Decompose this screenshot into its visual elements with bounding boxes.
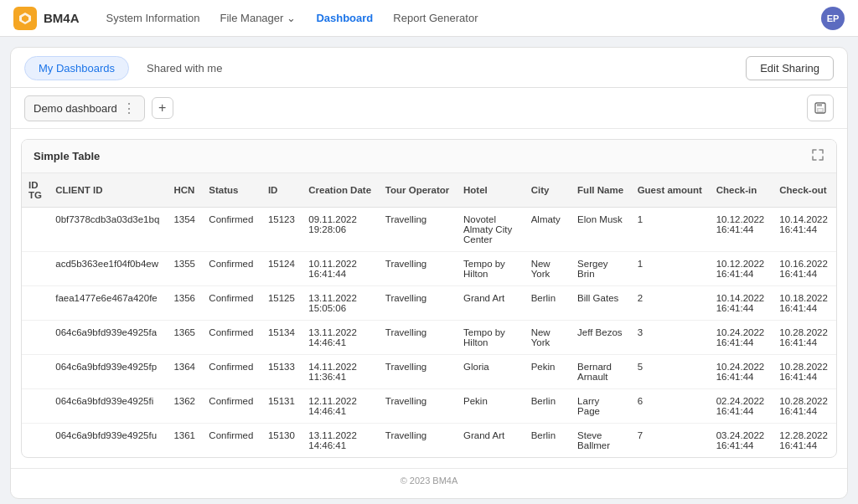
add-dashboard-button[interactable]: + <box>152 97 173 119</box>
cell-client_id: 064c6a9bfd939e4925fa <box>49 321 167 355</box>
cell-hotel: Tempo by Hilton <box>457 252 525 286</box>
th-id: ID <box>261 173 302 208</box>
cell-hotel: Grand Art <box>457 286 525 321</box>
cell-full_name: Bill Gates <box>571 286 631 321</box>
cell-hcn: 1354 <box>167 208 202 252</box>
cell-id_tg <box>22 321 49 355</box>
cell-status: Confirmed <box>202 286 261 321</box>
cell-id: 15134 <box>261 321 302 355</box>
edit-sharing-button[interactable]: Edit Sharing <box>746 56 834 80</box>
th-guest-amount: Guest amount <box>631 173 710 208</box>
table-row: 0bf7378cdb3a03d3e1bq1354Confirmed1512309… <box>22 208 836 252</box>
svg-rect-3 <box>817 103 822 106</box>
cell-checkin: 10.14.2022 16:41:44 <box>710 286 773 321</box>
cell-id_tg <box>22 286 49 321</box>
nav-system-information[interactable]: System Information <box>106 12 200 24</box>
cell-checkin: 03.24.2022 16:41:44 <box>710 424 773 458</box>
nav-dashboard[interactable]: Dashboard <box>316 12 373 24</box>
th-checkin: Check-in <box>710 173 773 208</box>
th-status: Status <box>202 173 261 208</box>
cell-guest_amount: 6 <box>631 389 710 424</box>
cell-guest_amount: 1 <box>631 252 710 286</box>
cell-client_id: 0bf7378cdb3a03d3e1bq <box>49 208 167 252</box>
cell-checkout: 10.16.2022 16:41:44 <box>773 252 836 286</box>
tab-bar: My Dashboards Shared with me Edit Sharin… <box>11 48 847 88</box>
table-card: Simple Table IDTG CLIENT ID HCN Status I… <box>21 139 837 458</box>
cell-hotel: Pekin <box>457 389 525 424</box>
top-nav: BM4A System Information File Manager ⌄ D… <box>0 0 858 37</box>
tab-menu-icon[interactable]: ⋮ <box>122 100 136 116</box>
tab-shared-with-me[interactable]: Shared with me <box>132 56 236 80</box>
cell-hcn: 1362 <box>167 389 202 424</box>
cell-checkin: 10.24.2022 16:41:44 <box>710 321 773 355</box>
cell-creation_date: 09.11.2022 19:28:06 <box>302 208 379 252</box>
cell-status: Confirmed <box>202 355 261 389</box>
cell-tour_operator: Travelling <box>379 252 457 286</box>
cell-client_id: acd5b363ee1f04f0b4ew <box>49 252 167 286</box>
cell-tour_operator: Travelling <box>379 389 457 424</box>
cell-id: 15131 <box>261 389 302 424</box>
dashboard-tab-row: Demo dashboard ⋮ + <box>11 88 847 129</box>
demo-dashboard-label: Demo dashboard <box>34 102 117 115</box>
th-tour-operator: Tour Operator <box>379 173 457 208</box>
cell-full_name: Jeff Bezos <box>571 321 631 355</box>
cell-id_tg <box>22 252 49 286</box>
footer-text: © 2023 BM4A <box>401 476 458 486</box>
footer: © 2023 BM4A <box>11 468 847 492</box>
th-checkout: Check-out <box>773 173 836 208</box>
data-table: IDTG CLIENT ID HCN Status ID Creation Da… <box>22 173 836 457</box>
cell-hcn: 1361 <box>167 424 202 458</box>
th-hotel: Hotel <box>457 173 525 208</box>
cell-city: Berlin <box>525 424 571 458</box>
tab-left: My Dashboards Shared with me <box>24 56 236 87</box>
tab-my-dashboards[interactable]: My Dashboards <box>24 56 129 80</box>
table-scroll-container[interactable]: IDTG CLIENT ID HCN Status ID Creation Da… <box>22 173 836 457</box>
cell-id_tg <box>22 424 49 458</box>
cell-checkin: 10.12.2022 16:41:44 <box>710 208 773 252</box>
dashboard-area: My Dashboards Shared with me Edit Sharin… <box>10 47 848 499</box>
cell-status: Confirmed <box>202 252 261 286</box>
cell-full_name: Elon Musk <box>571 208 631 252</box>
cell-hcn: 1364 <box>167 355 202 389</box>
cell-tour_operator: Travelling <box>379 286 457 321</box>
cell-creation_date: 14.11.2022 11:36:41 <box>302 355 379 389</box>
avatar[interactable]: EP <box>821 7 845 30</box>
cell-hcn: 1356 <box>167 286 202 321</box>
cell-id: 15123 <box>261 208 302 252</box>
cell-full_name: Sergey Brin <box>571 252 631 286</box>
nav-file-manager[interactable]: File Manager ⌄ <box>220 12 297 24</box>
cell-checkin: 10.24.2022 16:41:44 <box>710 355 773 389</box>
cell-hotel: Novotel Almaty City Center <box>457 208 525 252</box>
cell-checkin: 02.24.2022 16:41:44 <box>710 389 773 424</box>
cell-id: 15124 <box>261 252 302 286</box>
cell-client_id: 064c6a9bfd939e4925fu <box>49 424 167 458</box>
cell-id: 15133 <box>261 355 302 389</box>
table-title: Simple Table <box>34 150 100 162</box>
table-row: 064c6a9bfd939e4925fu1361Confirmed1513013… <box>22 424 836 458</box>
cell-checkout: 10.28.2022 16:41:44 <box>773 355 836 389</box>
cell-status: Confirmed <box>202 389 261 424</box>
cell-creation_date: 13.11.2022 15:05:06 <box>302 286 379 321</box>
demo-dashboard-tab[interactable]: Demo dashboard ⋮ <box>24 95 145 121</box>
cell-guest_amount: 3 <box>631 321 710 355</box>
cell-id_tg <box>22 355 49 389</box>
cell-id_tg <box>22 208 49 252</box>
cell-tour_operator: Travelling <box>379 424 457 458</box>
cell-city: Pekin <box>525 355 571 389</box>
save-icon-button[interactable] <box>807 95 834 121</box>
logo-text: BM4A <box>44 11 80 25</box>
table-card-header: Simple Table <box>22 140 836 173</box>
expand-icon[interactable] <box>811 148 824 164</box>
th-creation-date: Creation Date <box>302 173 379 208</box>
cell-guest_amount: 1 <box>631 208 710 252</box>
cell-checkin: 10.12.2022 16:41:44 <box>710 252 773 286</box>
cell-tour_operator: Travelling <box>379 355 457 389</box>
chevron-down-icon: ⌄ <box>287 12 296 24</box>
nav-report-generator[interactable]: Report Generator <box>393 12 478 24</box>
cell-hotel: Tempo by Hilton <box>457 321 525 355</box>
cell-status: Confirmed <box>202 424 261 458</box>
cell-hotel: Grand Art <box>457 424 525 458</box>
cell-city: New York <box>525 321 571 355</box>
cell-full_name: Steve Ballmer <box>571 424 631 458</box>
cell-creation_date: 13.11.2022 14:46:41 <box>302 424 379 458</box>
